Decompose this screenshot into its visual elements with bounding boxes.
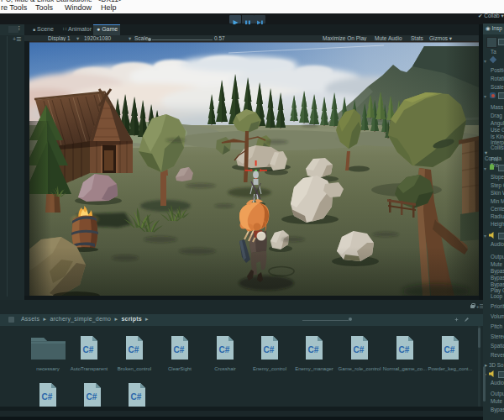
- svg-text:C#: C#: [354, 345, 365, 354]
- svg-text:C#: C#: [444, 345, 455, 354]
- svg-text:C#: C#: [219, 345, 230, 354]
- svg-text:C#: C#: [399, 345, 410, 354]
- svg-text:C#: C#: [174, 345, 185, 354]
- svg-text:C#: C#: [83, 345, 94, 354]
- svg-text:C#: C#: [308, 345, 319, 354]
- svg-text:C#: C#: [42, 392, 53, 402]
- svg-text:C#: C#: [131, 392, 142, 402]
- svg-text:C#: C#: [87, 392, 97, 402]
- svg-text:C#: C#: [129, 345, 139, 354]
- svg-text:C#: C#: [264, 345, 275, 354]
